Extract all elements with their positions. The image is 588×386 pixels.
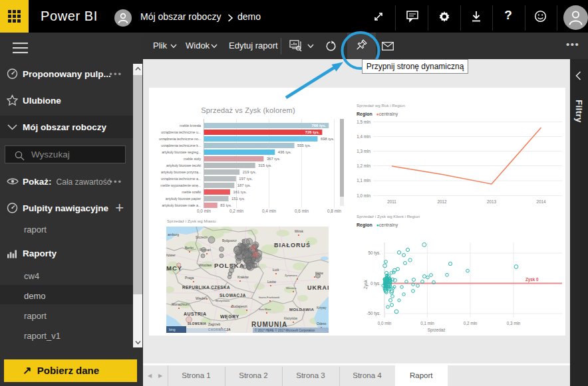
- svg-text:SŁOWACJA: SŁOWACJA: [220, 293, 246, 298]
- svg-text:urządzenia techniczne a...: urządzenia techniczne a...: [161, 177, 201, 181]
- svg-text:artykuły biurowe segreg...: artykuły biurowe segreg...: [162, 150, 201, 154]
- svg-text:BIAŁORUŚ: BIAŁORUŚ: [274, 241, 311, 248]
- svg-text:meble stoły: meble stoły: [184, 157, 202, 161]
- svg-text:Wrocław: Wrocław: [199, 263, 212, 267]
- svg-text:Monachium: Monachium: [172, 302, 189, 306]
- svg-text:0,3 mln: 0,3 mln: [507, 321, 521, 326]
- svg-text:1,2 mln: 1,2 mln: [357, 163, 370, 168]
- svg-text:REPUBLIKA CZESKA: REPUBLIKA CZESKA: [182, 285, 230, 290]
- svg-text:Szczecin: Szczecin: [196, 236, 208, 239]
- svg-text:2014: 2014: [536, 199, 546, 204]
- svg-text:0,2 mln: 0,2 mln: [464, 321, 478, 326]
- svg-text:0,2 mln: 0,2 mln: [229, 209, 243, 213]
- svg-text:Mińsk: Mińsk: [295, 229, 304, 233]
- svg-text:Zagrzeb: Zagrzeb: [208, 322, 221, 326]
- svg-text:Sprzedaż: Sprzedaż: [428, 328, 446, 333]
- svg-text:Żytomierz: Żytomierz: [285, 274, 297, 277]
- svg-text:urządzenia techniczne u...: urządzenia techniczne u...: [161, 130, 201, 134]
- svg-text:Iwano-Frankowsk: Iwano-Frankowsk: [259, 296, 279, 299]
- svg-text:artykuły biurowe małe a...: artykuły biurowe małe a...: [162, 203, 201, 207]
- svg-text:Winnica: Winnica: [286, 286, 297, 290]
- svg-text:698 tys.: 698 tys.: [321, 137, 335, 141]
- svg-text:© 2017 HERE © 2017 Microsoft: © 2017 HERE © 2017 Microsoft Corporation: [255, 328, 315, 332]
- svg-text:1,4 mln: 1,4 mln: [357, 134, 370, 139]
- svg-text:555 tys.: 555 tys.: [297, 144, 311, 147]
- svg-text:367 tys.: 367 tys.: [267, 157, 281, 161]
- svg-text:meble szafki: meble szafki: [182, 190, 201, 194]
- svg-text:0,8 mln: 0,8 mln: [327, 209, 341, 213]
- svg-text:Lwów: Lwów: [267, 280, 276, 284]
- svg-text:RUMUNIA: RUMUNIA: [251, 321, 287, 328]
- svg-text:83 tys.: 83 tys.: [220, 203, 232, 207]
- svg-text:151 tys.: 151 tys.: [231, 197, 245, 201]
- svg-text:436 tys.: 436 tys.: [278, 150, 292, 154]
- svg-text:-50 tys.: -50 tys.: [367, 311, 380, 316]
- svg-text:0,0 mln: 0,0 mln: [378, 321, 392, 326]
- svg-text:1,1 mln: 1,1 mln: [357, 178, 370, 183]
- svg-text:Wiedeń: Wiedeń: [196, 296, 207, 300]
- svg-text:WĘGRY: WĘGRY: [220, 314, 239, 320]
- svg-text:2011: 2011: [387, 199, 396, 204]
- svg-text:187 tys.: 187 tys.: [237, 183, 251, 187]
- svg-text:Bydgoszcz: Bydgoszcz: [222, 239, 237, 242]
- svg-text:bing: bing: [169, 328, 176, 332]
- svg-text:Budapeszt: Budapeszt: [231, 304, 247, 308]
- svg-text:artykuły biurowe papier: artykuły biurowe papier: [166, 197, 201, 201]
- svg-text:161 tys.: 161 tys.: [233, 190, 247, 194]
- svg-text:0,0 mln: 0,0 mln: [197, 209, 211, 213]
- svg-text:artykuły biurowe teczki: artykuły biurowe teczki: [166, 163, 201, 167]
- svg-text:amburg: amburg: [168, 233, 179, 237]
- svg-text:urządzenia techniczne k...: urządzenia techniczne k...: [161, 144, 201, 147]
- svg-text:315 tys.: 315 tys.: [258, 163, 272, 167]
- svg-text:0,6 mln: 0,6 mln: [295, 209, 309, 213]
- svg-text:0 tys.: 0 tys.: [370, 281, 380, 286]
- svg-text:meble krzesła: meble krzesła: [180, 124, 201, 128]
- svg-text:Berlin: Berlin: [185, 246, 194, 250]
- svg-text:SŁOWENIA: SŁOWENIA: [188, 322, 206, 326]
- svg-text:1,3 mln: 1,3 mln: [357, 149, 370, 153]
- svg-text:artykuły biurowe przyrzą...: artykuły biurowe przyrzą...: [161, 170, 201, 174]
- svg-text:hower: hower: [166, 253, 176, 257]
- svg-text:Satu Mare: Satu Mare: [259, 308, 271, 311]
- svg-text:Kraków: Kraków: [237, 275, 249, 279]
- svg-text:UKRAI: UKRAI: [307, 284, 329, 291]
- svg-text:AUSTRIA: AUSTRIA: [184, 312, 207, 316]
- svg-text:Zysk: Zysk: [363, 279, 368, 288]
- svg-text:1,5 mln: 1,5 mln: [357, 120, 370, 124]
- svg-text:0,1 mln: 0,1 mln: [420, 321, 434, 326]
- svg-text:0,4 mln: 0,4 mln: [262, 209, 276, 213]
- svg-text:Łuck: Łuck: [273, 268, 279, 272]
- svg-text:MOŁDAWIA: MOŁDAWIA: [289, 308, 314, 312]
- svg-text:Praga: Praga: [185, 276, 194, 280]
- svg-text:50 tys.: 50 tys.: [368, 250, 380, 256]
- svg-text:219 tys.: 219 tys.: [243, 170, 257, 174]
- svg-text:Krzywy: Krzywy: [317, 306, 327, 310]
- svg-text:726 tys.: 726 tys.: [305, 130, 320, 134]
- svg-text:Bratysława: Bratysława: [216, 299, 230, 302]
- svg-text:197 tys.: 197 tys.: [239, 177, 253, 181]
- svg-text:Zysk 0: Zysk 0: [525, 277, 539, 282]
- svg-text:2012: 2012: [437, 199, 447, 204]
- svg-text:Kiszyniów: Kiszyniów: [284, 317, 298, 320]
- svg-text:meble wyposażenie wnę...: meble wyposażenie wnę...: [160, 183, 201, 187]
- svg-text:1,0 mln: 1,0 mln: [357, 193, 370, 198]
- svg-text:766 tys.: 766 tys.: [312, 124, 327, 128]
- svg-text:Odess: Odess: [317, 322, 327, 326]
- svg-text:urządzenia techniczne no...: urządzenia techniczne no...: [159, 137, 201, 141]
- svg-text:2013: 2013: [487, 199, 497, 204]
